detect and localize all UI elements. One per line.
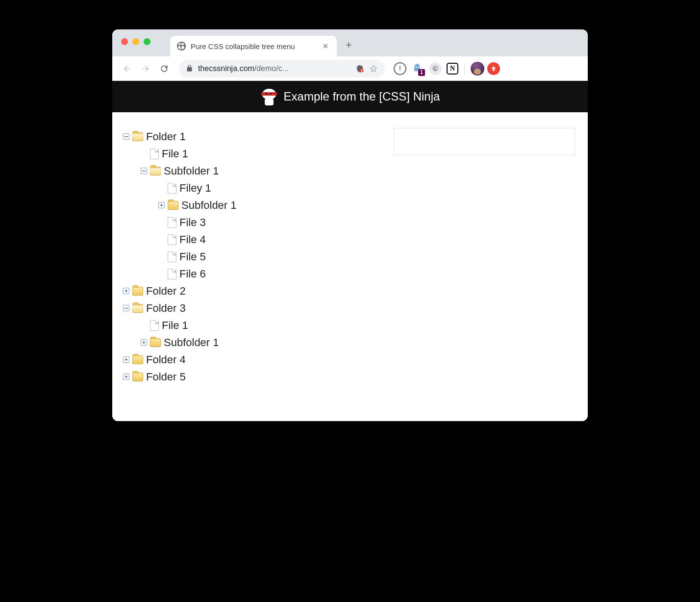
tree-item-label: Subfolder 1 <box>181 197 237 213</box>
toolbar-divider <box>464 63 465 75</box>
folder-icon <box>132 304 143 313</box>
page-title: Example from the [CSS] Ninja <box>284 90 440 103</box>
tree-item-label: Subfolder 1 <box>164 163 219 179</box>
tree-folder[interactable]: Folder 2 <box>123 282 388 300</box>
url-path: /demo/c... <box>254 64 289 73</box>
expand-icon[interactable] <box>123 374 129 380</box>
folder-icon <box>132 287 143 296</box>
profile-avatar[interactable] <box>471 62 484 75</box>
tree-item-label: File 5 <box>179 249 206 265</box>
browser-tab[interactable]: Pure CSS collapsible tree menu × <box>170 36 337 56</box>
expand-icon[interactable] <box>123 356 129 363</box>
tree-file[interactable]: File 3 <box>158 214 388 231</box>
arrow-up-icon <box>490 65 497 72</box>
new-tab-button[interactable]: + <box>346 39 352 51</box>
tree-item-label: Folder 4 <box>146 351 186 368</box>
arrow-left-icon <box>122 64 132 74</box>
tree-item-label: Folder 3 <box>146 300 186 316</box>
tree-folder[interactable]: Folder 1 <box>123 128 388 145</box>
tree-file[interactable]: File 1 <box>141 317 388 334</box>
tree-item-label: File 1 <box>162 317 188 333</box>
svg-point-1 <box>416 66 417 68</box>
tree-file[interactable]: File 1 <box>141 145 388 162</box>
tree-folder[interactable]: Subfolder 1 <box>141 334 388 351</box>
tree-file[interactable]: File 4 <box>158 231 388 248</box>
tree-folder[interactable]: Folder 3 <box>123 300 388 317</box>
tree-item-label: Folder 2 <box>146 283 186 299</box>
extension-notion-icon[interactable]: N <box>447 63 458 75</box>
tab-title: Pure CSS collapsible tree menu <box>191 42 316 50</box>
tree-folder[interactable]: Subfolder 1 <box>158 197 388 214</box>
collapse-icon[interactable] <box>141 168 147 174</box>
tree-children: File 1Subfolder 1Filey 1Subfolder 1File … <box>123 145 388 282</box>
file-icon <box>168 234 176 245</box>
file-icon <box>168 251 176 262</box>
extension-c-icon[interactable]: © <box>429 62 442 75</box>
minimize-window-button[interactable] <box>132 38 139 45</box>
tree-item-label: Folder 5 <box>146 369 186 385</box>
folder-icon <box>132 132 143 141</box>
tree-menu: Folder 1File 1Subfolder 1Filey 1Subfolde… <box>123 128 388 385</box>
tree-item-label: Folder 1 <box>146 128 186 145</box>
reload-button[interactable] <box>156 61 172 76</box>
collapse-icon[interactable] <box>123 133 129 140</box>
expand-icon[interactable] <box>123 288 129 294</box>
folder-icon <box>150 167 161 176</box>
file-icon <box>168 183 176 194</box>
tree-folder[interactable]: Folder 5 <box>123 368 388 385</box>
page-header: Example from the [CSS] Ninja <box>112 81 588 112</box>
globe-icon <box>177 42 186 50</box>
tree-item-label: File 6 <box>179 266 206 282</box>
folder-icon <box>132 355 143 364</box>
tab-close-button[interactable]: × <box>321 41 330 51</box>
tree-children: Filey 1Subfolder 1File 3File 4File 5File… <box>141 179 388 282</box>
expand-icon[interactable] <box>141 339 147 346</box>
tree-item-label: File 3 <box>179 214 206 230</box>
folder-icon <box>150 338 161 347</box>
tree-children: File 1Subfolder 1 <box>123 317 388 351</box>
window-controls <box>121 38 150 45</box>
file-icon <box>150 320 159 331</box>
extension-ghostery-icon[interactable]: 1 <box>411 62 424 75</box>
tab-bar: Pure CSS collapsible tree menu × + <box>112 29 588 56</box>
url-text: thecssninja.com/demo/c... <box>198 64 350 73</box>
extensions-bar: ! 1 © N <box>394 62 458 75</box>
extension-badge: 1 <box>418 69 425 76</box>
bookmark-star-icon[interactable]: ☆ <box>369 63 378 75</box>
update-button[interactable] <box>487 62 500 75</box>
tree-folder[interactable]: Subfolder 1 <box>141 162 388 179</box>
file-icon <box>150 149 159 159</box>
reload-icon <box>159 64 169 74</box>
address-bar[interactable]: thecssninja.com/demo/c... ☆ <box>179 60 385 77</box>
sidebar-box <box>394 128 575 155</box>
tree-folder[interactable]: Folder 4 <box>123 351 388 368</box>
svg-point-2 <box>419 66 420 68</box>
file-icon <box>168 217 176 228</box>
tree-file[interactable]: Filey 1 <box>158 179 388 197</box>
forward-button[interactable] <box>138 61 153 76</box>
tree-item-label: Subfolder 1 <box>164 334 219 351</box>
arrow-right-icon <box>141 64 150 74</box>
folder-icon <box>132 373 143 381</box>
file-icon <box>168 269 176 279</box>
extension-info-icon[interactable]: ! <box>394 62 406 75</box>
tree-file[interactable]: File 6 <box>158 265 388 282</box>
collapse-icon[interactable] <box>123 305 129 311</box>
tree-item-label: File 1 <box>162 146 188 162</box>
tree-item-label: File 4 <box>179 231 206 248</box>
tree-item-label: Filey 1 <box>179 180 211 196</box>
page-content: Folder 1File 1Subfolder 1Filey 1Subfolde… <box>112 112 588 421</box>
back-button[interactable] <box>119 61 135 76</box>
maximize-window-button[interactable] <box>144 38 150 45</box>
browser-window: Pure CSS collapsible tree menu × + thecs… <box>112 29 588 421</box>
close-window-button[interactable] <box>121 38 128 45</box>
ninja-icon <box>260 88 278 105</box>
lock-icon <box>186 65 193 72</box>
browser-toolbar: thecssninja.com/demo/c... ☆ ! 1 © N <box>112 56 588 81</box>
folder-icon <box>168 201 178 210</box>
site-shield-icon[interactable] <box>355 64 364 73</box>
tree-file[interactable]: File 5 <box>158 248 388 265</box>
url-domain: thecssninja.com <box>198 64 254 73</box>
expand-icon[interactable] <box>158 202 165 208</box>
